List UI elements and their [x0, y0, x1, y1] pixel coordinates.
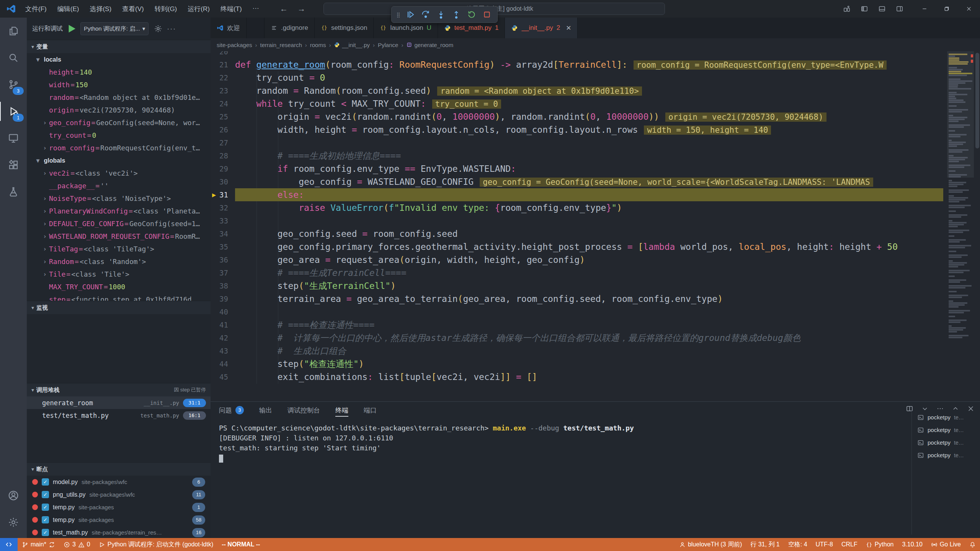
terminal-list-item[interactable]: pocketpy te…: [912, 436, 980, 449]
statusbar-notifications[interactable]: [965, 538, 980, 551]
step-out-button[interactable]: [450, 8, 463, 21]
line-number[interactable]: 39: [211, 292, 228, 305]
variable-row[interactable]: › Random = <class 'Random'>: [27, 255, 211, 268]
restart-button[interactable]: [465, 8, 478, 21]
menu-item[interactable]: 终端(T): [217, 3, 246, 15]
variable-row[interactable]: › DEFAULT_GEO_CONFIG = GeoConfig(seed=1…: [27, 217, 211, 230]
line-number[interactable]: 23: [211, 84, 228, 97]
breadcrumb-item[interactable]: generate_room: [406, 42, 453, 48]
toggle-secondary-sidebar-button[interactable]: [896, 5, 903, 13]
restore-button[interactable]: [936, 0, 958, 18]
panel-tab-端口[interactable]: 端口: [364, 402, 377, 419]
statusbar-git-blame[interactable]: blueloveTH (3 周前): [675, 538, 746, 551]
variable-row[interactable]: › WASTELAND_ROOM_REQUEST_CONFIG = RoomR…: [27, 230, 211, 243]
minimap-slider[interactable]: [947, 51, 974, 178]
line-number[interactable]: 40: [211, 305, 228, 318]
statusbar-vim-mode[interactable]: -- NORMAL --: [217, 538, 264, 551]
menu-item[interactable]: 选择(S): [86, 3, 115, 15]
code-editor[interactable]: 2021def generate_room(room_config: RoomR…: [211, 51, 980, 384]
line-number[interactable]: 30: [211, 175, 228, 188]
tab-.gdignore[interactable]: .gdignore: [265, 18, 315, 38]
menu-item[interactable]: 文件(F): [21, 3, 51, 15]
drag-grip-icon[interactable]: ⣿: [395, 13, 402, 16]
activity-explorer[interactable]: [0, 18, 27, 44]
breakpoint-checkbox[interactable]: ✓: [42, 491, 49, 498]
statusbar-branch[interactable]: main*: [18, 538, 59, 551]
back-button[interactable]: ←: [278, 4, 290, 13]
line-number[interactable]: 45: [211, 370, 228, 383]
variable-row[interactable]: step = <function step at 0x1bf8d716d: [27, 293, 211, 301]
variable-row[interactable]: origin = vec2i(7205730, 9024468): [27, 104, 211, 116]
line-number[interactable]: 33: [211, 214, 228, 227]
statusbar-remote-indicator[interactable]: [0, 538, 18, 551]
line-number[interactable]: 27: [211, 136, 228, 149]
line-number[interactable]: 22: [211, 71, 228, 84]
breakpoint-row[interactable]: ✓ model.py site-packages\wfc 6: [27, 476, 211, 488]
menu-more-button[interactable]: ···: [249, 3, 263, 15]
terminal-list-item[interactable]: pocketpy te…: [912, 424, 980, 436]
line-number[interactable]: 43: [211, 344, 228, 357]
variable-row[interactable]: height = 140: [27, 66, 211, 78]
statusbar-problems[interactable]: 30: [59, 538, 95, 551]
debug-config-dropdown[interactable]: Python 调试程序: 启... ▾: [80, 22, 149, 35]
panel-tab-问题[interactable]: 问题 3: [219, 402, 244, 419]
tab-__init__.py[interactable]: __init__.py2✕: [505, 18, 578, 38]
line-number[interactable]: 29: [211, 162, 228, 175]
statusbar-cursor-position[interactable]: 行 31, 列 1: [746, 538, 784, 551]
stop-button[interactable]: [480, 8, 493, 21]
variable-row[interactable]: › room_config = RoomRequestConfig(env_t…: [27, 142, 211, 154]
callstack-header[interactable]: ▾调用堆栈因 step 已暂停: [27, 383, 211, 396]
continue-button[interactable]: [404, 8, 417, 21]
more-actions-button[interactable]: ···: [167, 25, 176, 33]
breakpoint-row[interactable]: ✓ png_utils.py site-packages\wfc 11: [27, 488, 211, 501]
activity-search[interactable]: [0, 44, 27, 71]
step-into-button[interactable]: [434, 8, 448, 21]
variables-header[interactable]: ▾变量: [27, 40, 211, 53]
statusbar-python-version[interactable]: 3.10.10: [898, 538, 926, 551]
breakpoint-checkbox[interactable]: ✓: [42, 529, 49, 536]
variable-row[interactable]: › vec2i = <class 'vec2i'>: [27, 167, 211, 179]
scope-globals[interactable]: ▾ globals: [27, 154, 211, 167]
activity-account[interactable]: [0, 482, 27, 509]
line-number[interactable]: 34: [211, 227, 228, 240]
forward-button[interactable]: →: [296, 4, 307, 13]
line-number[interactable]: 37: [211, 266, 228, 279]
statusbar-eol[interactable]: CRLF: [837, 538, 862, 551]
editor-scrollbar[interactable]: [975, 51, 980, 384]
line-number[interactable]: 38: [211, 279, 228, 292]
toggle-sidebar-button[interactable]: [861, 5, 868, 13]
statusbar-language-mode[interactable]: {}Python: [862, 538, 898, 551]
line-number[interactable]: 41: [211, 318, 228, 331]
activity-remote-explorer[interactable]: [0, 125, 27, 152]
stack-frame[interactable]: test/test_math.py test_math.py 16:1: [27, 409, 211, 422]
breadcrumb-item[interactable]: Pylance: [378, 42, 398, 48]
menu-item[interactable]: 查看(V): [118, 3, 148, 15]
panel-tab-调试控制台[interactable]: 调试控制台: [287, 402, 320, 419]
breakpoints-header[interactable]: ▾断点: [27, 462, 211, 476]
breakpoint-checkbox[interactable]: ✓: [42, 516, 49, 523]
stack-frame[interactable]: generate_room __init__.py 31:1: [27, 396, 211, 409]
breadcrumb-item[interactable]: __init__.py: [334, 42, 370, 48]
breakpoint-row[interactable]: ✓ temp.py site-packages 58: [27, 514, 211, 526]
line-number[interactable]: 20: [211, 51, 228, 58]
start-debug-button[interactable]: [66, 23, 77, 34]
activity-settings[interactable]: [0, 509, 27, 536]
close-tab-icon[interactable]: ✕: [566, 24, 571, 32]
panel-tab-输出[interactable]: 输出: [259, 402, 272, 419]
activity-testing[interactable]: [0, 178, 27, 205]
activity-source-control[interactable]: 3: [0, 71, 27, 98]
close-button[interactable]: [958, 0, 980, 18]
line-number[interactable]: 28: [211, 149, 228, 162]
breadcrumb-item[interactable]: rooms: [310, 42, 326, 48]
variable-row[interactable]: random = <Random object at 0x1bf9d01e…: [27, 91, 211, 104]
step-over-button[interactable]: [419, 8, 432, 21]
menu-item[interactable]: 运行(R): [184, 3, 214, 15]
minimap[interactable]: [947, 51, 974, 384]
variable-row[interactable]: › geo_config = GeoConfig(seed=None, wor…: [27, 116, 211, 129]
terminal-list-item[interactable]: pocketpy te…: [912, 449, 980, 461]
variable-row[interactable]: try_count = 0: [27, 129, 211, 142]
line-number[interactable]: 32: [211, 201, 228, 214]
scope-locals[interactable]: ▾ locals: [27, 53, 211, 66]
line-number[interactable]: 26: [211, 123, 228, 136]
minimize-button[interactable]: [913, 0, 936, 18]
